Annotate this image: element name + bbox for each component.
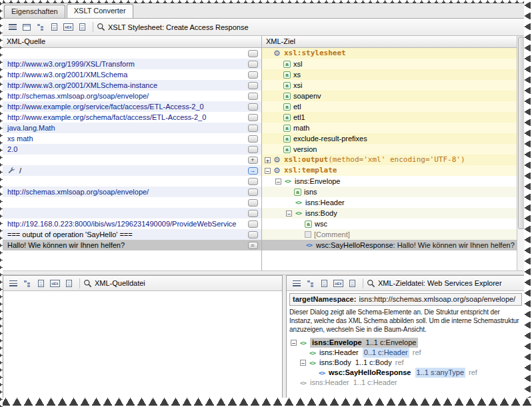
map-button-arrow[interactable]: → [248, 167, 258, 175]
collapse-icon[interactable]: − [286, 210, 292, 216]
source-row[interactable]: http://www.example.org/service/fact/acce… [3, 101, 244, 112]
target-row[interactable]: axsi [262, 80, 517, 91]
search-icon [97, 23, 105, 31]
source-row[interactable]: / [3, 165, 244, 176]
map-button-blank[interactable] [248, 82, 258, 89]
map-button-blank[interactable] [248, 93, 258, 100]
source-row[interactable]: http://www.w3.org/1999/XSL/Transform [3, 59, 244, 69]
expand-icon[interactable]: + [265, 157, 271, 163]
menu-button[interactable] [6, 21, 19, 33]
map-button-blank[interactable] [248, 220, 258, 228]
map-button-blank[interactable] [248, 135, 258, 143]
map-button-blank[interactable] [248, 103, 258, 111]
source-row[interactable]: === output of operation 'SayHello' === [3, 229, 244, 240]
doc-button[interactable] [346, 277, 359, 290]
doc-button[interactable] [76, 21, 89, 33]
tab-eigenschaften[interactable]: Eigenschaften [4, 5, 65, 18]
doc-button[interactable] [48, 21, 61, 33]
target-row[interactable]: aexclude-result-prefixes [262, 133, 517, 144]
source-row[interactable]: http://schemas.xmlsoap.org/soap/envelope… [3, 91, 244, 101]
source-row[interactable]: Hallo! Wie können wir Ihnen helfen? [3, 240, 244, 250]
doc-button[interactable] [63, 277, 75, 290]
target-file-content: targetNamespace:isns:http://schemas.xmls… [287, 291, 525, 398]
schema-row[interactable]: −<>isns:Envelope1..1 c:Envelope [289, 338, 522, 348]
target-row[interactable]: [Comment] [262, 229, 517, 240]
hex-icon: HEX [63, 23, 73, 31]
source-row[interactable]: http://www.example.org/schema/fact/acces… [3, 112, 244, 123]
source-row[interactable]: http://www.w3.org/2001/XMLSchema-instanc… [3, 80, 244, 91]
tab-xslt-converter[interactable]: XSLT Converter [67, 4, 133, 18]
map-button-blank[interactable] [248, 61, 258, 68]
doc-icon [66, 280, 72, 287]
source-row[interactable] [3, 48, 244, 59]
source-row[interactable] [3, 176, 244, 187]
source-row[interactable] [3, 197, 244, 208]
target-row[interactable]: awsc [262, 218, 517, 229]
collapse-icon[interactable]: − [265, 168, 271, 174]
collapse-icon[interactable]: − [300, 360, 306, 366]
target-row[interactable]: amath [262, 123, 517, 133]
map-button-blank[interactable] [248, 71, 258, 79]
map-button-blank[interactable] [248, 146, 258, 153]
horizontal-splitter[interactable] [3, 270, 525, 275]
map-button-blank[interactable] [248, 199, 258, 206]
target-row[interactable]: −<>isns:Body [262, 208, 517, 218]
indent-spacer [297, 245, 305, 246]
collapse-icon[interactable]: − [291, 340, 297, 346]
collapse-icon[interactable]: − [275, 179, 281, 185]
schema-row[interactable]: <>isns:Header1..1 c:Header [289, 378, 522, 388]
doc-button[interactable] [318, 277, 331, 290]
source-row[interactable]: 2.0 [3, 144, 244, 155]
target-row[interactable]: asoapenv [262, 91, 517, 101]
target-row[interactable]: −<>isns:Envelope [262, 176, 517, 187]
doc-button[interactable] [35, 277, 47, 290]
target-node-name: isns:Envelope [295, 176, 341, 187]
menu-button[interactable] [7, 277, 19, 290]
source-row[interactable] [3, 155, 244, 165]
indent-spacer [262, 117, 275, 118]
map-cell [244, 218, 261, 229]
map-button-equals[interactable]: = [248, 242, 258, 249]
source-column-header: XML-Quelle [3, 36, 244, 48]
map-button-blank[interactable] [248, 114, 258, 121]
map-button-blank[interactable] [248, 125, 258, 132]
menu-button[interactable] [290, 277, 303, 290]
source-file-search: XML-Quelldatei [83, 279, 145, 288]
map-button-blank[interactable] [248, 178, 258, 185]
source-row[interactable]: http://www.w3.org/2001/XMLSchema [3, 69, 244, 80]
target-row[interactable]: aetl [262, 101, 517, 112]
source-row[interactable]: xs math [3, 133, 244, 144]
map-button-blank[interactable] [248, 189, 258, 196]
schema-row[interactable]: <>wsc:SayHelloResponse1..1 s:anyTyperef [289, 368, 522, 378]
map-button-blank[interactable] [248, 50, 258, 57]
target-row[interactable]: ⚙xsl:stylesheet [262, 48, 517, 59]
source-row[interactable]: http://schemas.xmlsoap.org/soap/envelope… [3, 187, 244, 197]
hex-button[interactable]: HEX [62, 21, 75, 33]
tree-button[interactable] [34, 21, 47, 33]
attr-icon: a [294, 189, 301, 196]
indent-spacer [262, 234, 297, 235]
tree-button[interactable] [304, 277, 317, 290]
source-row[interactable]: http://192.168.0.223:8000/ibis/ws/129623… [3, 218, 244, 229]
target-row[interactable]: <>wsc:SayHelloResponse : Hallo! Wie könn… [262, 240, 517, 250]
target-row[interactable]: axs [262, 69, 517, 80]
tree-button[interactable] [21, 277, 33, 290]
hex-button[interactable]: HEX [332, 277, 345, 290]
panel-button[interactable] [20, 21, 33, 33]
hex-button[interactable]: HEX [49, 277, 61, 290]
target-row[interactable]: <>isns:Header [262, 197, 517, 208]
schema-row[interactable]: −<>isns:Body1..1 c:Bodyref [289, 358, 522, 368]
map-button-blank[interactable] [248, 210, 258, 217]
target-row[interactable]: +⚙xsl:output (method='xml' encoding='UTF… [262, 155, 517, 165]
source-row[interactable]: java.lang.Math [3, 123, 244, 133]
source-row[interactable] [3, 208, 244, 218]
target-row[interactable]: aisns [262, 187, 517, 197]
map-button-plus[interactable]: + [248, 157, 258, 164]
target-row[interactable]: −⚙xsl:template [262, 165, 517, 176]
schema-row[interactable]: <>isns:Header0..1 c:Headerref [289, 348, 522, 358]
target-row[interactable]: aetl1 [262, 112, 517, 123]
target-row[interactable]: aversion [262, 144, 517, 155]
target-row[interactable]: axsl [262, 59, 517, 69]
map-cell: = [244, 240, 261, 250]
map-button-blank[interactable] [248, 231, 258, 238]
